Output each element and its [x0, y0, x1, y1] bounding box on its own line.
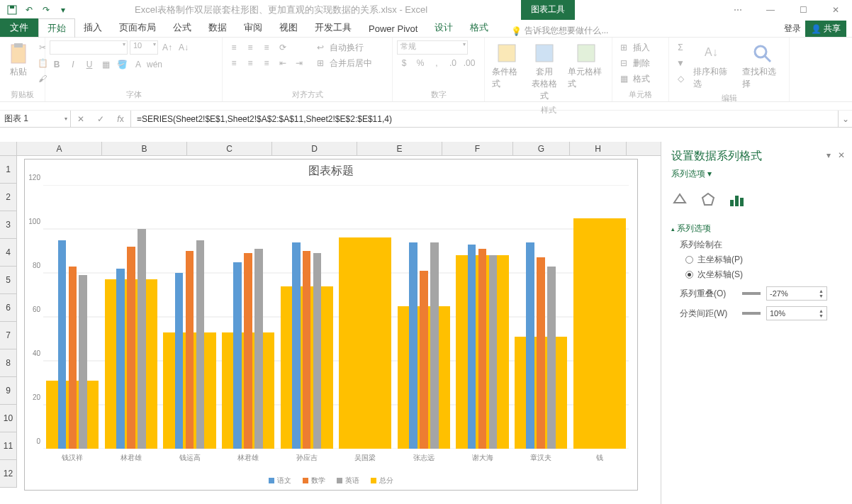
number-format-select[interactable]: 常规: [397, 40, 468, 55]
legend-item[interactable]: 语文: [269, 476, 291, 486]
font-color-button[interactable]: A: [131, 57, 145, 72]
currency-icon[interactable]: $: [397, 56, 411, 70]
row-header[interactable]: 7: [0, 322, 16, 349]
effects-icon[interactable]: [700, 191, 717, 208]
tab-review[interactable]: 审阅: [235, 18, 271, 37]
align-center-icon[interactable]: ≡: [243, 56, 257, 70]
bar-series[interactable]: [409, 242, 417, 449]
row-header[interactable]: 8: [0, 349, 16, 377]
bar-total[interactable]: [339, 237, 391, 449]
fx-icon[interactable]: fx: [111, 114, 130, 124]
overlap-slider[interactable]: [742, 292, 761, 295]
column-header[interactable]: A: [17, 142, 102, 155]
phonetic-button[interactable]: wén: [147, 57, 162, 72]
row-header[interactable]: 12: [0, 460, 16, 488]
maximize-button[interactable]: ☐: [787, 0, 819, 20]
column-header[interactable]: F: [442, 142, 513, 155]
increase-decimal-icon[interactable]: .0: [446, 56, 460, 70]
column-header[interactable]: E: [357, 142, 442, 155]
bar-series[interactable]: [138, 229, 146, 449]
bar-series[interactable]: [292, 242, 301, 449]
qat-more-icon[interactable]: ▾: [55, 2, 71, 18]
tab-formulas[interactable]: 公式: [164, 18, 200, 37]
font-name-select[interactable]: [50, 40, 128, 55]
bar-series[interactable]: [420, 271, 428, 449]
increase-font-icon[interactable]: A↑: [160, 40, 174, 55]
border-button[interactable]: ▦: [99, 57, 113, 72]
row-header[interactable]: 10: [0, 405, 16, 432]
align-left-icon[interactable]: ≡: [227, 56, 241, 70]
save-icon[interactable]: [4, 2, 20, 18]
select-all-corner[interactable]: [0, 142, 17, 156]
column-header[interactable]: B: [102, 142, 187, 155]
bar-series[interactable]: [489, 255, 498, 449]
row-header[interactable]: 6: [0, 294, 16, 322]
enter-formula-icon[interactable]: ✓: [91, 114, 111, 124]
column-header[interactable]: D: [272, 142, 357, 155]
row-header[interactable]: 5: [0, 267, 16, 294]
gap-input[interactable]: 10%▲▼: [766, 306, 827, 320]
clear-icon[interactable]: ◇: [673, 72, 688, 86]
orientation-icon[interactable]: ⟳: [276, 40, 290, 55]
radio-secondary-axis[interactable]: 次坐标轴(S): [685, 269, 842, 281]
formula-input[interactable]: =SERIES(Sheet2!$E$1,Sheet2!$A$2:$A$11,Sh…: [131, 111, 838, 127]
align-middle-icon[interactable]: ≡: [243, 40, 257, 55]
fill-icon[interactable]: ▼: [673, 56, 688, 70]
bar-series[interactable]: [547, 267, 556, 449]
ribbon-options-icon[interactable]: ⋯: [722, 0, 754, 20]
row-header[interactable]: 1: [0, 156, 16, 184]
bar-series[interactable]: [58, 240, 67, 449]
section-series-options[interactable]: 系列选项: [671, 223, 842, 235]
align-right-icon[interactable]: ≡: [259, 56, 274, 70]
bar-series[interactable]: [430, 242, 439, 449]
row-header[interactable]: 11: [0, 432, 16, 460]
redo-icon[interactable]: ↷: [38, 2, 54, 18]
wrap-text-button[interactable]: ↩自动换行: [313, 40, 372, 55]
bar-series[interactable]: [537, 257, 545, 449]
bar-series[interactable]: [69, 267, 77, 449]
legend-item[interactable]: 英语: [337, 476, 359, 486]
tab-insert[interactable]: 插入: [75, 18, 111, 37]
bar-series[interactable]: [303, 251, 311, 449]
sort-filter-button[interactable]: A↓排序和筛选: [690, 40, 736, 91]
bold-button[interactable]: B: [50, 57, 64, 72]
bar-series[interactable]: [254, 249, 263, 449]
panel-close-icon[interactable]: ▾ ✕: [826, 150, 845, 160]
decrease-font-icon[interactable]: A↓: [176, 40, 191, 55]
tab-chart-design[interactable]: 设计: [426, 18, 461, 37]
tab-view[interactable]: 视图: [271, 18, 306, 37]
bar-series[interactable]: [116, 269, 125, 449]
login-link[interactable]: 登录: [784, 23, 801, 35]
column-header[interactable]: G: [513, 142, 570, 155]
indent-increase-icon[interactable]: ⇥: [292, 56, 306, 70]
bar-series[interactable]: [79, 275, 87, 449]
bar-series[interactable]: [186, 251, 194, 449]
row-header[interactable]: 9: [0, 377, 16, 405]
italic-button[interactable]: I: [66, 57, 80, 72]
expand-formula-icon[interactable]: ⌄: [838, 111, 852, 127]
tab-file[interactable]: 文件: [0, 18, 38, 37]
bar-series[interactable]: [478, 249, 487, 449]
find-select-button[interactable]: 查找和选择: [739, 40, 785, 91]
fill-color-button[interactable]: 🪣: [115, 57, 129, 72]
share-button[interactable]: 👤共享: [805, 21, 846, 37]
align-top-icon[interactable]: ≡: [227, 40, 241, 55]
legend-item[interactable]: 总分: [371, 476, 393, 486]
bar-series[interactable]: [468, 245, 476, 449]
paste-button[interactable]: 粘贴: [4, 40, 33, 79]
bar-series[interactable]: [244, 253, 252, 449]
cell-styles-button[interactable]: 单元格样式: [565, 40, 607, 91]
bar-series[interactable]: [526, 242, 534, 449]
undo-icon[interactable]: ↶: [21, 2, 37, 18]
insert-cells-button[interactable]: ⊞插入: [617, 40, 650, 55]
overlap-input[interactable]: -27%▲▼: [766, 286, 827, 301]
column-header[interactable]: H: [570, 142, 627, 155]
fill-line-icon[interactable]: [671, 191, 688, 208]
chart-bars[interactable]: [43, 185, 629, 449]
merge-center-button[interactable]: ⊞合并后居中: [313, 56, 372, 70]
embedded-chart[interactable]: 图表标题 020406080100120 钱汉祥林君雄钱运高林君雄孙应吉吴国梁张…: [24, 159, 638, 491]
tab-developer[interactable]: 开发工具: [306, 18, 360, 37]
tab-powerpivot[interactable]: Power Pivot: [360, 21, 426, 37]
close-button[interactable]: ✕: [819, 0, 852, 20]
conditional-format-button[interactable]: 条件格式: [489, 40, 525, 91]
